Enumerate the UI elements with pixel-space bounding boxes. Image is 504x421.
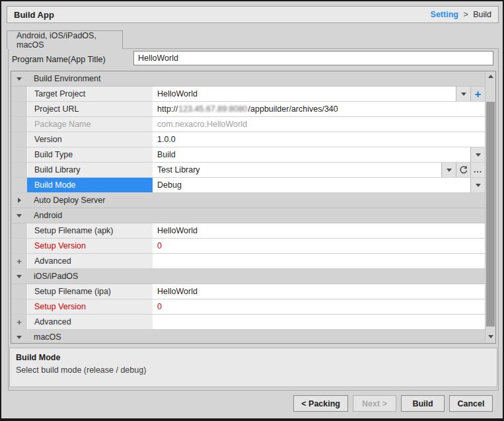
target-project-dropdown-button[interactable] — [456, 87, 470, 101]
collapse-icon — [17, 275, 22, 278]
property-value-cell: 0 — [153, 299, 485, 314]
chevron-down-icon — [461, 93, 466, 96]
tab-android-ios-ipados-macos[interactable]: Android, iOS/iPadOS, macOS — [7, 30, 123, 49]
property-row-build-library-6[interactable]: Build LibraryTest Library... — [11, 163, 485, 178]
build-type-dropdown-button[interactable] — [470, 147, 485, 162]
expander-cell[interactable] — [11, 269, 27, 284]
ellipsis-icon: ... — [474, 165, 482, 174]
property-grid: Build EnvironmentTarget ProjectHelloWorl… — [11, 71, 496, 344]
property-value-cell: com.nexacro.HelloWorld — [153, 117, 485, 132]
expander-cell — [11, 284, 27, 299]
property-row-target-project-1[interactable]: Target ProjectHelloWorld+ — [11, 87, 485, 102]
expander-cell[interactable] — [11, 71, 27, 86]
target-project-add-button[interactable]: + — [470, 87, 485, 101]
property-value-cell: HelloWorld+ — [153, 87, 485, 101]
expander-cell — [11, 147, 27, 162]
section-row-build-environment-0[interactable]: Build Environment — [11, 71, 485, 87]
property-row-project-url-2[interactable]: Project URLhttp://123.45.67.89:8080/appb… — [11, 102, 485, 117]
grid-scrollbar[interactable] — [485, 71, 495, 343]
chevron-down-icon — [447, 169, 452, 172]
expander-cell[interactable]: + — [11, 315, 27, 329]
packing-button[interactable]: < Packing — [293, 395, 348, 412]
expander-cell[interactable] — [11, 330, 27, 343]
expander-cell[interactable] — [11, 193, 27, 208]
program-name-label: Program Name(App Title) — [12, 55, 106, 64]
section-label: macOS — [27, 330, 485, 343]
property-label-advanced-12: Advanced — [27, 254, 153, 268]
property-value-project-url-2[interactable]: http://123.45.67.89:8080/appbuilder/arch… — [153, 102, 485, 116]
section-row-ios-ipados-13[interactable]: iOS/iPadOS — [11, 269, 485, 284]
url-redacted-host: 123.45.67.89:8080 — [178, 104, 247, 114]
scroll-up-button[interactable] — [486, 71, 495, 81]
section-row-auto-deploy-server-8[interactable]: Auto Deploy Server — [11, 193, 485, 208]
property-row-setup-version-15[interactable]: Setup Version0 — [11, 299, 485, 315]
property-value-cell: HelloWorld — [153, 284, 485, 299]
property-label-advanced-16: Advanced — [27, 315, 153, 329]
expander-cell — [11, 223, 27, 238]
property-row-advanced-12[interactable]: +Advanced — [11, 254, 485, 269]
property-label-package-name-3: Package Name — [27, 117, 153, 132]
property-row-setup-version-11[interactable]: Setup Version0 — [11, 239, 485, 254]
property-row-version-4[interactable]: Version1.0.0 — [11, 132, 485, 147]
cancel-button[interactable]: Cancel — [449, 395, 493, 412]
breadcrumb-setting-link[interactable]: Setting — [431, 10, 458, 19]
property-value-version-4[interactable]: 1.0.0 — [153, 132, 485, 147]
property-value-cell: http://123.45.67.89:8080/appbuilder/arch… — [153, 102, 485, 116]
property-label-target-project-1: Target Project — [27, 87, 153, 101]
property-value-advanced-12[interactable] — [153, 254, 485, 268]
build-library-refresh-button[interactable] — [456, 163, 470, 177]
expand-icon — [18, 198, 21, 203]
property-row-build-type-5[interactable]: Build TypeBuild — [11, 147, 485, 163]
refresh-icon — [459, 166, 468, 174]
property-label-setup-version-11: Setup Version — [27, 239, 153, 253]
breadcrumb-current: Build — [473, 10, 491, 19]
property-label-setup-version-15: Setup Version — [27, 299, 153, 314]
scroll-down-icon — [488, 335, 493, 338]
expander-cell[interactable] — [11, 208, 27, 223]
section-row-android-9[interactable]: Android — [11, 208, 485, 223]
property-row-setup-filename-ipa-14[interactable]: Setup Filename (ipa)HelloWorld — [11, 284, 485, 299]
chevron-down-icon — [476, 184, 481, 187]
dialog-title: Build App — [14, 10, 54, 20]
property-row-advanced-16[interactable]: +Advanced — [11, 315, 485, 330]
property-label-project-url-2: Project URL — [27, 102, 153, 116]
property-value-advanced-16[interactable] — [153, 315, 485, 329]
property-value-cell — [153, 315, 485, 329]
description-title: Build Mode — [16, 353, 491, 362]
section-label: iOS/iPadOS — [27, 269, 485, 284]
build-app-dialog: Build App Setting > Build Android, iOS/i… — [0, 0, 504, 421]
build-button[interactable]: Build — [401, 395, 445, 412]
program-name-input[interactable] — [133, 51, 493, 65]
property-value-package-name-3[interactable]: com.nexacro.HelloWorld — [153, 117, 485, 132]
property-value-build-library-6[interactable]: Test Library — [153, 163, 441, 177]
property-value-setup-version-15[interactable]: 0 — [153, 299, 485, 314]
property-value-cell: 1.0.0 — [153, 132, 485, 147]
property-value-setup-version-11[interactable]: 0 — [153, 239, 485, 253]
property-value-cell: 0 — [153, 239, 485, 253]
build-mode-dropdown-button[interactable] — [470, 178, 485, 192]
property-value-setup-filename-apk-10[interactable]: HelloWorld — [153, 223, 485, 238]
property-value-cell — [153, 254, 485, 268]
property-row-setup-filename-apk-10[interactable]: Setup Filename (apk)HelloWorld — [11, 223, 485, 239]
property-value-target-project-1[interactable]: HelloWorld — [153, 87, 456, 101]
expander-cell — [11, 163, 27, 177]
property-label-build-mode-7: Build Mode — [27, 178, 153, 192]
expander-cell — [11, 117, 27, 132]
scroll-thumb[interactable] — [486, 102, 495, 326]
next-button[interactable]: Next > — [353, 395, 396, 412]
section-label: Build Environment — [27, 71, 485, 86]
section-row-macos-17[interactable]: macOS — [11, 330, 485, 343]
property-value-build-type-5[interactable]: Build — [153, 147, 470, 162]
expander-cell — [11, 239, 27, 253]
build-library-dropdown-button[interactable] — [441, 163, 456, 177]
property-row-build-mode-7[interactable]: Build ModeDebug — [11, 178, 485, 193]
property-label-setup-filename-ipa-14: Setup Filename (ipa) — [27, 284, 153, 299]
scroll-down-button[interactable] — [486, 332, 495, 342]
expander-cell[interactable]: + — [11, 254, 27, 268]
property-value-build-mode-7[interactable]: Debug — [153, 178, 470, 192]
build-library-more-button[interactable]: ... — [470, 163, 485, 177]
property-value-setup-filename-ipa-14[interactable]: HelloWorld — [153, 284, 485, 299]
tab-label: Android, iOS/iPadOS, macOS — [17, 31, 122, 50]
property-row-package-name-3[interactable]: Package Namecom.nexacro.HelloWorld — [11, 117, 485, 132]
description-text: Select build mode (release / debug) — [16, 365, 491, 375]
